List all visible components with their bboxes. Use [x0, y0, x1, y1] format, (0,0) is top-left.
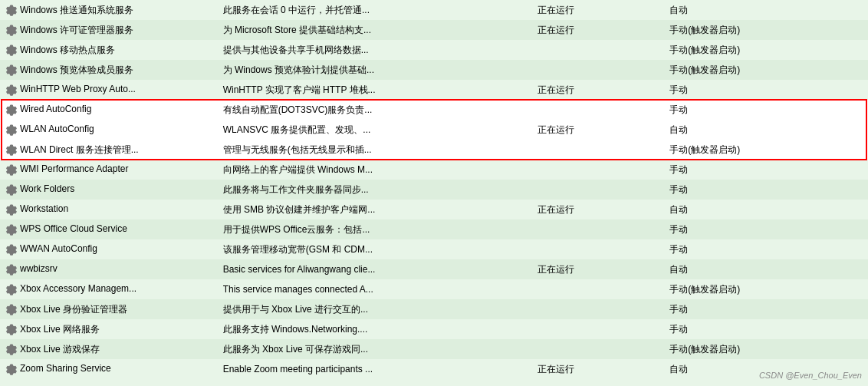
- service-name: WinHTTP Web Proxy Auto...: [0, 80, 219, 100]
- service-startup: 手动(触发器启动): [665, 40, 868, 60]
- service-status: [533, 60, 665, 80]
- service-status: [533, 160, 665, 180]
- service-description: WinHTTP 实现了客户端 HTTP 堆栈...: [219, 80, 533, 100]
- service-startup: 手动: [665, 180, 868, 200]
- table-row[interactable]: WMI Performance Adapter向网络上的客户端提供 Window…: [0, 160, 868, 180]
- service-description: 提供用于与 Xbox Live 进行交互的...: [219, 299, 533, 319]
- service-startup: 手动: [665, 80, 868, 100]
- service-name: Zoom Sharing Service: [0, 359, 219, 379]
- service-startup: 手动(触发器启动): [665, 140, 868, 160]
- gear-icon: [5, 343, 17, 355]
- service-name: Work Folders: [0, 180, 219, 200]
- service-startup: 自动: [665, 0, 868, 20]
- service-name: wwbizsrv: [0, 259, 219, 279]
- table-row[interactable]: Workstation使用 SMB 协议创建并维护客户端网...正在运行自动: [0, 200, 868, 219]
- table-row[interactable]: WLAN Direct 服务连接管理...管理与无线服务(包括无线显示和插...…: [0, 140, 868, 160]
- gear-icon: [5, 64, 17, 76]
- service-name: Xbox Accessory Managem...: [0, 279, 219, 299]
- service-description: 此服务为 Xbox Live 可保存游戏同...: [219, 339, 533, 359]
- service-status: [533, 100, 665, 120]
- gear-icon: [5, 203, 17, 216]
- gear-icon: [5, 283, 17, 295]
- service-startup: 手动: [665, 239, 868, 259]
- gear-icon: [5, 223, 17, 236]
- service-startup: 手动: [665, 160, 868, 180]
- gear-icon: [5, 263, 17, 275]
- service-status: [533, 140, 665, 160]
- gear-icon: [5, 84, 17, 96]
- service-startup: 自动: [665, 259, 868, 279]
- service-description: Basic services for Aliwangwang clie...: [219, 259, 533, 279]
- gear-icon: [5, 44, 17, 56]
- service-startup: 手动: [665, 319, 868, 339]
- service-description: 有线自动配置(DOT3SVC)服务负责...: [219, 100, 533, 120]
- service-description: 此服务在会话 0 中运行，并托管通...: [219, 0, 533, 20]
- gear-icon: [5, 163, 17, 176]
- service-name: WLAN Direct 服务连接管理...: [0, 140, 219, 160]
- service-startup: 手动: [665, 219, 868, 239]
- table-row[interactable]: Windows 推送通知系统服务此服务在会话 0 中运行，并托管通...正在运行…: [0, 0, 868, 20]
- table-row[interactable]: WPS Office Cloud Service用于提供WPS Office云服…: [0, 219, 868, 239]
- table-row[interactable]: Zoom Sharing ServiceEnable Zoom meeting …: [0, 359, 868, 379]
- table-row[interactable]: Windows 移动热点服务提供与其他设备共享手机网络数据...手动(触发器启动…: [0, 40, 868, 60]
- service-description: 为 Microsoft Store 提供基础结构支...: [219, 20, 533, 40]
- service-name: WMI Performance Adapter: [0, 160, 219, 180]
- table-row[interactable]: WinHTTP Web Proxy Auto...WinHTTP 实现了客户端 …: [0, 80, 868, 100]
- service-description: 管理与无线服务(包括无线显示和插...: [219, 140, 533, 160]
- service-description: 提供与其他设备共享手机网络数据...: [219, 40, 533, 60]
- service-status: 正在运行: [533, 259, 665, 279]
- service-description: 此服务支持 Windows.Networking....: [219, 319, 533, 339]
- table-row[interactable]: Xbox Accessory Managem...This service ma…: [0, 279, 868, 299]
- service-status: [533, 319, 665, 339]
- service-startup: 自动: [665, 200, 868, 219]
- table-row[interactable]: Work Folders此服务将与工作文件夹服务器同步...手动: [0, 180, 868, 200]
- service-name: Xbox Live 网络服务: [0, 319, 219, 339]
- service-startup: 手动: [665, 299, 868, 319]
- service-name: Windows 许可证管理器服务: [0, 20, 219, 40]
- service-description: Enable Zoom meeting participants ...: [219, 359, 533, 379]
- service-startup: 手动(触发器启动): [665, 279, 868, 299]
- gear-icon: [5, 124, 17, 136]
- service-status: 正在运行: [533, 120, 665, 140]
- table-row[interactable]: WWAN AutoConfig该服务管理移动宽带(GSM 和 CDM...手动: [0, 239, 868, 259]
- gear-icon: [5, 323, 17, 335]
- table-row[interactable]: Xbox Live 游戏保存此服务为 Xbox Live 可保存游戏同...手动…: [0, 339, 868, 359]
- gear-icon: [5, 144, 17, 156]
- service-description: 使用 SMB 协议创建并维护客户端网...: [219, 200, 533, 219]
- table-row[interactable]: Windows 许可证管理器服务为 Microsoft Store 提供基础结构…: [0, 20, 868, 40]
- service-status: 正在运行: [533, 80, 665, 100]
- service-status: [533, 339, 665, 359]
- service-startup: 手动(触发器启动): [665, 339, 868, 359]
- service-startup: 自动: [665, 120, 868, 140]
- service-name: Windows 推送通知系统服务: [0, 0, 219, 20]
- gear-icon: [5, 303, 17, 315]
- gear-icon: [5, 4, 17, 16]
- service-status: [533, 219, 665, 239]
- service-status: [533, 279, 665, 299]
- service-name: Windows 移动热点服务: [0, 40, 219, 60]
- table-row[interactable]: Windows 预览体验成员服务为 Windows 预览体验计划提供基础...手…: [0, 60, 868, 80]
- table-row[interactable]: Xbox Live 网络服务此服务支持 Windows.Networking..…: [0, 319, 868, 339]
- gear-icon: [5, 243, 17, 256]
- service-name: WLAN AutoConfig: [0, 120, 219, 140]
- service-status: 正在运行: [533, 20, 665, 40]
- table-row[interactable]: WLAN AutoConfigWLANSVC 服务提供配置、发现、...正在运行…: [0, 120, 868, 140]
- service-status: 正在运行: [533, 0, 665, 20]
- service-name: WWAN AutoConfig: [0, 239, 219, 259]
- service-status: [533, 299, 665, 319]
- service-name: Wired AutoConfig: [0, 100, 219, 120]
- table-row[interactable]: Xbox Live 身份验证管理器提供用于与 Xbox Live 进行交互的..…: [0, 299, 868, 319]
- service-status: [533, 40, 665, 60]
- service-status: [533, 239, 665, 259]
- table-row[interactable]: Wired AutoConfig有线自动配置(DOT3SVC)服务负责...手动: [0, 100, 868, 120]
- service-description: 用于提供WPS Office云服务：包括...: [219, 219, 533, 239]
- service-name: Workstation: [0, 200, 219, 219]
- service-description: This service manages connected A...: [219, 279, 533, 299]
- service-status: [533, 180, 665, 200]
- services-table-container: Windows 推送通知系统服务此服务在会话 0 中运行，并托管通...正在运行…: [0, 0, 868, 386]
- table-row[interactable]: wwbizsrvBasic services for Aliwangwang c…: [0, 259, 868, 279]
- services-table: Windows 推送通知系统服务此服务在会话 0 中运行，并托管通...正在运行…: [0, 0, 868, 379]
- gear-icon: [5, 24, 17, 36]
- service-description: 此服务将与工作文件夹服务器同步...: [219, 180, 533, 200]
- service-description: 向网络上的客户端提供 Windows M...: [219, 160, 533, 180]
